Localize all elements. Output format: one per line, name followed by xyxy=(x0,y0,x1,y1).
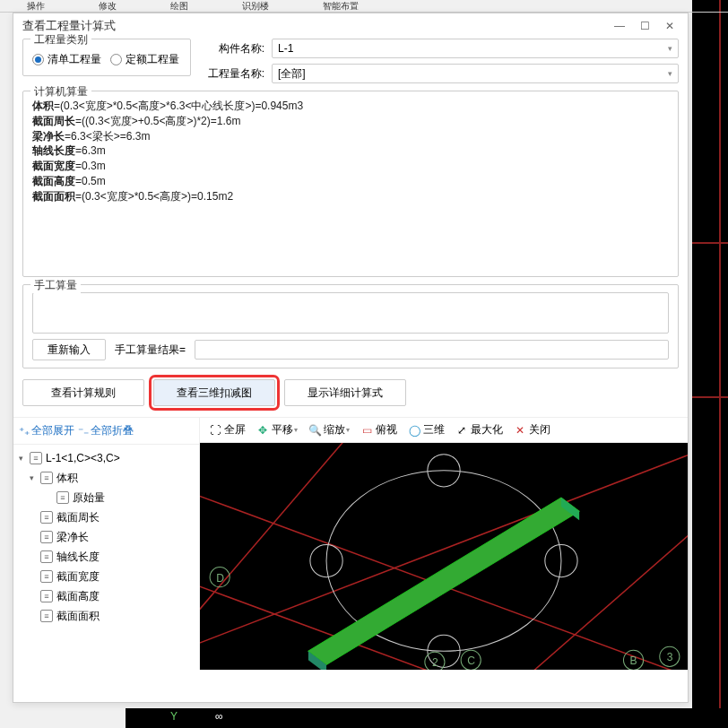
pan-icon: ✥ xyxy=(256,424,269,437)
menu-item[interactable]: 智能布置 xyxy=(323,0,359,12)
svg-marker-10 xyxy=(308,498,579,664)
chevron-down-icon: ▾ xyxy=(668,69,672,78)
topview-icon: ▭ xyxy=(360,424,373,437)
tree-node-perimeter[interactable]: ≡截面周长 xyxy=(13,507,199,527)
menu-item[interactable]: 修改 xyxy=(99,0,117,12)
maximize-button[interactable]: ⤢最大化 xyxy=(452,422,507,438)
expand-icon: ⁺₊ xyxy=(19,425,30,438)
svg-text:3: 3 xyxy=(667,651,673,663)
radio-list-qty[interactable]: 清单工程量 xyxy=(32,52,101,67)
category-fieldset: 工程量类别 清单工程量 定额工程量 xyxy=(22,39,191,76)
tree-node-height[interactable]: ≡截面高度 xyxy=(13,586,199,606)
zoom-button[interactable]: 🔍缩放▾ xyxy=(305,422,353,438)
tree-node-area[interactable]: ≡截面面积 xyxy=(13,606,199,626)
maximize-icon: ⤢ xyxy=(455,424,468,437)
svg-text:C: C xyxy=(467,654,475,667)
qty-name-label: 工程量名称: xyxy=(202,66,264,82)
bg-grid-line xyxy=(692,396,728,398)
tree-node-width[interactable]: ≡截面宽度 xyxy=(13,567,199,586)
component-name-dropdown[interactable]: L-1 ▾ xyxy=(272,39,679,58)
viewer-panel: ⛶全屏 ✥平移▾ 🔍缩放▾ ▭俯视 ◯三维 ⤢最大化 ✕关闭 xyxy=(200,418,688,670)
menu-item[interactable]: 绘图 xyxy=(170,0,188,12)
calc-formula-text: 体积=(0.3<宽度>*0.5<高度>*6.3<中心线长度>)=0.945m3 … xyxy=(32,99,669,269)
fullscreen-icon: ⛶ xyxy=(209,424,221,437)
3d-button[interactable]: ◯三维 xyxy=(404,422,448,438)
chevron-down-icon: ▾ xyxy=(668,44,672,53)
viewer-close-button[interactable]: ✕关闭 xyxy=(510,422,554,438)
manual-calc-fieldset: 手工算量 重新输入 手工算量结果= xyxy=(22,284,679,368)
bg-grid-line xyxy=(719,0,721,728)
qty-name-dropdown[interactable]: [全部] ▾ xyxy=(272,64,679,83)
radio-icon xyxy=(110,54,122,65)
collapse-all-button[interactable]: ⁻₋全部折叠 xyxy=(78,423,134,438)
svg-line-1 xyxy=(200,443,688,660)
reenter-button[interactable]: 重新输入 xyxy=(32,339,106,360)
3d-icon: ◯ xyxy=(408,424,420,437)
collapse-icon: ⁻₋ xyxy=(78,425,89,438)
maximize-button[interactable]: ☐ xyxy=(636,17,654,35)
expand-all-button[interactable]: ⁺₊全部展开 xyxy=(19,423,74,438)
view-3d-deduction-button[interactable]: 查看三维扣减图 xyxy=(153,379,275,406)
background-dark xyxy=(692,0,728,728)
category-legend: 工程量类别 xyxy=(30,32,91,48)
zoom-icon: 🔍 xyxy=(308,424,321,437)
tree-node-root[interactable]: ▾≡L-1<1,C><3,C> xyxy=(13,448,199,468)
3d-canvas[interactable]: L-1 0.945 D C B 2 3 xyxy=(200,443,688,670)
svg-text:2: 2 xyxy=(432,656,438,669)
minimize-button[interactable]: — xyxy=(611,17,628,35)
menu-item[interactable]: 操作 xyxy=(27,0,45,12)
tree-panel: ⁺₊全部展开 ⁻₋全部折叠 ▾≡L-1<1,C><3,C> ▾≡体积 ≡原始量 … xyxy=(13,418,200,670)
fullscreen-button[interactable]: ⛶全屏 xyxy=(205,422,249,438)
topview-button[interactable]: ▭俯视 xyxy=(357,422,401,438)
manual-result-input[interactable] xyxy=(195,340,669,360)
svg-text:B: B xyxy=(630,654,637,667)
tree-node-original[interactable]: ≡原始量 xyxy=(13,488,199,507)
titlebar: 查看工程量计算式 — ☐ ✕ xyxy=(13,13,688,39)
svg-text:D: D xyxy=(216,572,224,585)
computer-calc-fieldset: 计算机算量 体积=(0.3<宽度>*0.5<高度>*6.3<中心线长度>)=0.… xyxy=(22,91,679,277)
app-menubar: 操作 修改 绘图 识别楼 智能布置 xyxy=(0,0,728,13)
tree-node-axislength[interactable]: ≡轴线长度 xyxy=(13,547,199,567)
dialog-title: 查看工程量计算式 xyxy=(22,18,603,34)
manual-calc-legend: 手工算量 xyxy=(30,278,81,293)
manual-result-label: 手工算量结果= xyxy=(115,342,186,358)
close-button[interactable]: ✕ xyxy=(661,17,679,35)
dialog-quantity-formula: 查看工程量计算式 — ☐ ✕ 工程量类别 清单工程量 定额工程量 xyxy=(13,13,689,703)
tree-node-volume[interactable]: ▾≡体积 xyxy=(13,468,199,488)
radio-icon xyxy=(32,54,44,65)
computer-calc-legend: 计算机算量 xyxy=(30,84,91,100)
show-detail-formula-button[interactable]: 显示详细计算式 xyxy=(284,379,406,406)
pan-button[interactable]: ✥平移▾ xyxy=(253,422,301,438)
tree-node-netlength[interactable]: ≡梁净长 xyxy=(13,527,199,547)
bg-grid-line xyxy=(692,242,728,244)
view-calc-rule-button[interactable]: 查看计算规则 xyxy=(22,379,144,406)
viewer-toolbar: ⛶全屏 ✥平移▾ 🔍缩放▾ ▭俯视 ◯三维 ⤢最大化 ✕关闭 xyxy=(200,418,688,443)
menu-item[interactable]: 识别楼 xyxy=(242,0,269,12)
background-dark-bottom: Y ∞ xyxy=(126,708,728,728)
component-name-label: 构件名称: xyxy=(202,41,264,56)
radio-quota-qty[interactable]: 定额工程量 xyxy=(110,52,179,67)
manual-calc-textarea[interactable] xyxy=(32,292,669,334)
tree: ▾≡L-1<1,C><3,C> ▾≡体积 ≡原始量 ≡截面周长 ≡梁净长 ≡轴线… xyxy=(13,445,199,629)
close-icon: ✕ xyxy=(514,424,526,437)
